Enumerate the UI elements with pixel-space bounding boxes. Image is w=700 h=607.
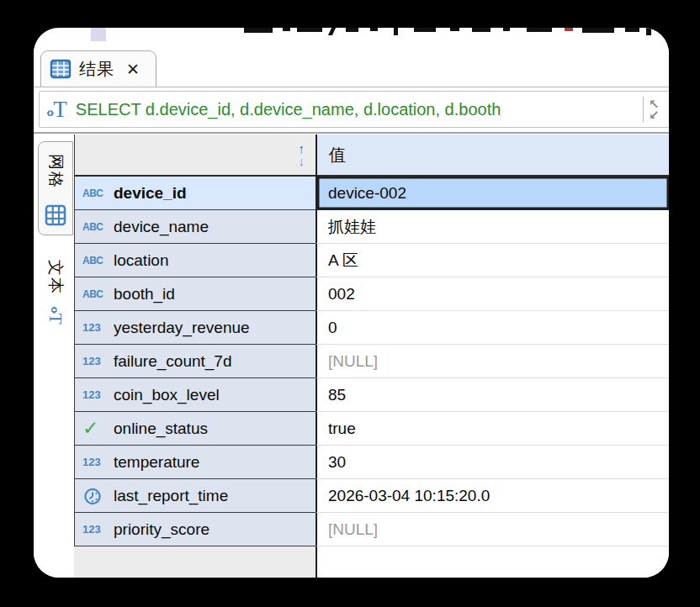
grid-empty-area — [74, 546, 669, 578]
field-name-cell[interactable]: 123 priority_score — [74, 513, 316, 546]
table-row[interactable]: last_report_time 2026-03-04 10:15:20.0 — [74, 479, 669, 513]
field-value-text: 30 — [328, 453, 346, 472]
table-row[interactable]: 123 priority_score [NULL] — [74, 513, 669, 546]
field-value-cell[interactable]: 002 — [316, 277, 669, 311]
field-name-cell[interactable]: 123 failure_count_7d — [74, 345, 316, 378]
field-value-cell[interactable]: 0 — [316, 311, 669, 345]
field-value-cell[interactable]: 抓娃娃 — [316, 210, 669, 244]
table-row[interactable]: ABC location A 区 — [74, 244, 669, 277]
field-name-label: yesterday_revenue — [114, 319, 250, 337]
name-column-header[interactable]: ↑ ↓ — [74, 135, 316, 177]
table-row[interactable]: ABC device_name 抓娃娃 — [74, 210, 669, 244]
field-name-cell[interactable]: ABC location — [74, 244, 316, 277]
expand-panel-icon[interactable]: ↖ ↙ — [649, 98, 669, 120]
table-row[interactable]: 123 coin_box_level 85 — [74, 378, 669, 412]
field-value-text: device-002 — [328, 184, 406, 203]
sidebar-tab-text-label: 文本 — [45, 260, 66, 295]
field-value-text: [NULL] — [328, 352, 378, 371]
sql-text-icon: ‹›T — [46, 306, 65, 325]
field-name-cell[interactable]: ABC device_name — [74, 210, 316, 244]
sidebar-tab-grid-label: 网格 — [45, 154, 66, 189]
number-type-icon: 123 — [82, 388, 114, 401]
field-name-label: device_id — [114, 184, 187, 203]
sqlbar-divider — [643, 97, 644, 122]
boolean-type-icon: ✓ — [82, 419, 114, 438]
table-row[interactable]: ABC device_id device-002 — [74, 177, 669, 210]
field-name-label: temperature — [114, 453, 199, 472]
clipped-scroll-remnant — [91, 28, 106, 41]
field-name-cell[interactable]: last_report_time — [74, 479, 316, 513]
panel-separator — [34, 132, 669, 134]
sql-statement-bar[interactable]: ‹›T SELECT d.device_id, d.device_name, d… — [39, 91, 669, 128]
field-name-label: location — [114, 251, 169, 270]
number-type-icon: 123 — [82, 523, 114, 536]
field-value-cell[interactable]: 2026-03-04 10:15:20.0 — [316, 479, 669, 513]
field-name-label: failure_count_7d — [114, 352, 232, 371]
field-name-label: coin_box_level — [114, 386, 220, 404]
presentation-sidebar: 网格 文本 ‹›T — [34, 134, 74, 578]
field-name-cell[interactable]: ✓ online_status — [74, 412, 316, 446]
field-name-cell[interactable]: ABC booth_id — [74, 277, 316, 311]
field-name-cell[interactable]: ABC device_id — [74, 177, 316, 210]
field-name-label: last_report_time — [114, 487, 228, 505]
field-name-label: online_status — [114, 420, 208, 438]
sort-icon[interactable]: ↑ ↓ — [299, 142, 305, 167]
table-row[interactable]: ✓ online_status true — [74, 412, 669, 446]
table-row[interactable]: ABC booth_id 002 — [74, 277, 669, 311]
string-type-icon: ABC — [82, 255, 114, 267]
string-type-icon: ABC — [82, 288, 114, 300]
record-grid: ↑ ↓ 值 ABC device_id device-002 ABC devic… — [74, 135, 669, 578]
field-name-label: booth_id — [114, 285, 175, 304]
field-value-cell[interactable]: true — [316, 412, 669, 446]
field-value-cell[interactable]: 30 — [316, 446, 669, 479]
clipped-text-fragments — [34, 28, 669, 43]
field-value-cell[interactable]: [NULL] — [316, 513, 669, 546]
app-window: 结果 ✕ ‹›T SELECT d.device_id, d.device_na… — [34, 28, 669, 578]
number-type-icon: 123 — [82, 456, 114, 468]
field-value-cell[interactable]: [NULL] — [316, 345, 669, 378]
string-type-icon: ABC — [82, 187, 114, 199]
field-value-text: true — [328, 420, 356, 438]
tab-results[interactable]: 结果 ✕ — [40, 50, 156, 87]
sidebar-tab-grid[interactable]: 网格 — [38, 141, 73, 235]
number-type-icon: 123 — [82, 355, 114, 367]
grid-icon — [45, 204, 66, 226]
field-value-text: 抓娃娃 — [328, 216, 376, 238]
tab-close-icon[interactable]: ✕ — [126, 61, 140, 77]
sidebar-tab-text[interactable]: 文本 ‹›T — [38, 246, 73, 335]
field-value-cell[interactable]: device-002 — [316, 177, 669, 210]
value-column-header-label: 值 — [329, 144, 346, 166]
field-value-text: [NULL] — [328, 520, 378, 539]
datetime-icon — [82, 486, 103, 506]
table-row[interactable]: 123 temperature 30 — [74, 446, 669, 479]
sql-text-icon: ‹›T — [46, 98, 67, 121]
datetime-type-icon — [82, 486, 114, 506]
sql-statement-text: SELECT d.device_id, d.device_name, d.loc… — [76, 100, 643, 119]
number-type-icon: 123 — [82, 321, 114, 334]
field-name-label: priority_score — [114, 520, 209, 539]
result-tabbar: 结果 ✕ — [34, 49, 669, 87]
string-type-icon: ABC — [82, 221, 114, 233]
table-row[interactable]: 123 yesterday_revenue 0 — [74, 311, 669, 345]
field-value-cell[interactable]: A 区 — [316, 244, 669, 277]
field-value-text: 0 — [328, 319, 337, 337]
field-name-cell[interactable]: 123 temperature — [74, 446, 316, 479]
result-grid-icon — [50, 59, 72, 79]
value-column-header[interactable]: 值 — [316, 135, 669, 177]
field-name-cell[interactable]: 123 coin_box_level — [74, 378, 316, 412]
screenshot-stage: 结果 ✕ ‹›T SELECT d.device_id, d.device_na… — [0, 0, 700, 607]
field-name-cell[interactable]: 123 yesterday_revenue — [74, 311, 316, 345]
grid-rows: ABC device_id device-002 ABC device_name… — [74, 177, 669, 546]
field-name-label: device_name — [114, 218, 209, 236]
field-value-text: 002 — [328, 285, 355, 304]
field-value-text: 85 — [328, 386, 346, 404]
table-row[interactable]: 123 failure_count_7d [NULL] — [74, 345, 669, 378]
grid-header-row: ↑ ↓ 值 — [74, 135, 669, 177]
field-value-text: 2026-03-04 10:15:20.0 — [328, 487, 490, 505]
tab-results-label: 结果 — [79, 58, 114, 81]
field-value-text: A 区 — [328, 250, 358, 272]
field-value-cell[interactable]: 85 — [316, 378, 669, 412]
